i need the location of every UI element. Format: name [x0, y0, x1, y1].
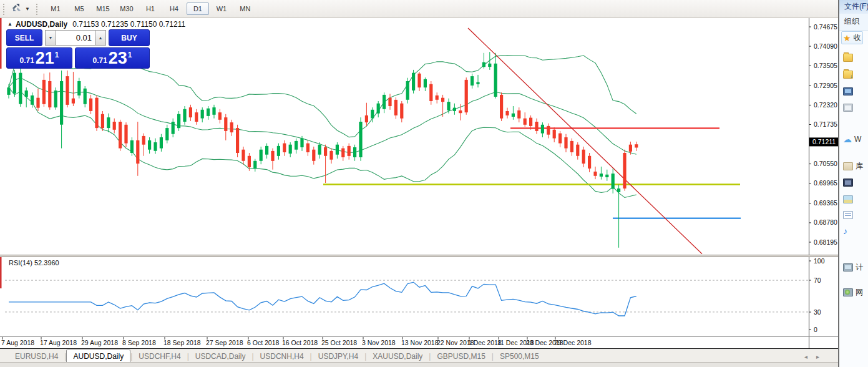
chart-tab-gbpusd-m15[interactable]: GBPUSD,M15: [431, 351, 491, 362]
timeframe-button-m30[interactable]: M30: [115, 2, 138, 15]
price-axis-label: 0.70550: [814, 160, 837, 167]
date-axis-label: 1 Dec 2018: [468, 339, 502, 346]
explorer-item-desktop[interactable]: [843, 87, 856, 95]
timeframe-button-w1[interactable]: W1: [210, 2, 233, 15]
explorer-item-star[interactable]: ★收: [841, 31, 863, 44]
video-icon: [843, 179, 853, 187]
pictures-icon: [843, 195, 853, 203]
price-axis-label: 0.74090: [814, 42, 837, 50]
chevron-down-icon[interactable]: ▼: [25, 6, 30, 12]
explorer-item-label: W: [854, 135, 861, 144]
volume-decrease-button[interactable]: ▼: [45, 30, 56, 46]
tab-scroll-arrows[interactable]: ◂▸: [804, 353, 828, 360]
date-axis-label: 8 Sep 2018: [122, 339, 156, 346]
timeframe-button-h4[interactable]: H4: [163, 2, 185, 15]
timeframe-toolbar: M1M5M15M30H1H4D1W1MN: [44, 2, 257, 15]
explorer-item-folder[interactable]: [843, 54, 856, 62]
date-axis-label: 29 Dec 2018: [554, 339, 592, 346]
rsi-line: [9, 282, 636, 316]
explorer-item-pictures[interactable]: [843, 195, 856, 203]
computer-icon: [843, 263, 853, 272]
volume-input[interactable]: [56, 30, 95, 46]
sell-price-prefix: 0.71: [19, 56, 34, 65]
date-axis-label: 6 Oct 2018: [247, 339, 280, 346]
chart-tab-xauusd-daily[interactable]: XAUUSD,Daily: [366, 351, 429, 362]
buy-price-prefix: 0.71: [92, 56, 107, 65]
status-strip: [0, 362, 868, 367]
recent-places-icon: [843, 104, 853, 112]
chart-tab-usdchf-h4[interactable]: USDCHF,H4: [132, 351, 187, 362]
date-axis-label: 16 Oct 2018: [282, 339, 318, 346]
explorer-item-music[interactable]: ♪: [843, 227, 850, 235]
chart-tab-sp500-m15[interactable]: SP500,M15: [494, 351, 545, 362]
explorer-item-recent-places[interactable]: [843, 104, 856, 112]
date-axis-label: 3 Nov 2018: [362, 339, 396, 346]
explorer-organize-button[interactable]: 组织: [839, 14, 868, 31]
left-edge-marker-rsi: [0, 255, 2, 288]
timeframe-button-m5[interactable]: M5: [68, 2, 90, 15]
sell-price-pips: 21: [36, 50, 54, 67]
date-axis-label: 7 Aug 2018: [1, 339, 34, 346]
explorer-file-menu[interactable]: 文件(F): [839, 0, 868, 14]
timeframe-button-d1[interactable]: D1: [187, 2, 209, 15]
explorer-window-edge: 文件(F) 组织 ★收☁W库♪计网: [838, 0, 868, 367]
timeframe-button-mn[interactable]: MN: [234, 2, 256, 15]
rsi-axis-label: 0: [814, 326, 817, 333]
buy-price-point: 1: [128, 51, 132, 59]
descending-trendline[interactable]: [468, 28, 702, 254]
tab-scroll-left-icon[interactable]: ◂: [804, 353, 816, 360]
price-axis-label: 0.73505: [814, 62, 837, 69]
chart-symbol-label: AUDUSD,Daily: [16, 20, 67, 29]
explorer-item-document[interactable]: [843, 211, 856, 219]
explorer-item-network[interactable]: 网: [843, 287, 863, 298]
chart-arrange-icon: [10, 2, 22, 15]
volume-increase-button[interactable]: ▲: [95, 30, 106, 46]
explorer-item-cloud[interactable]: ☁W: [843, 135, 861, 144]
toolbar-grip[interactable]: [35, 2, 38, 15]
desktop-icon: [843, 87, 853, 95]
explorer-item-folder-download[interactable]: [843, 71, 856, 79]
explorer-item-label: 计: [856, 262, 863, 273]
rsi-axis-label: 30: [814, 308, 821, 316]
price-axis-label: 0.69965: [814, 179, 837, 187]
buy-price-pips: 23: [109, 50, 127, 67]
folder-download-icon: [843, 71, 853, 79]
date-axis-label: 29 Aug 2018: [81, 339, 118, 346]
chart-arrange-button[interactable]: ▼: [7, 1, 33, 17]
explorer-item-computer[interactable]: 计: [843, 262, 863, 273]
chart-tab-audusd-daily[interactable]: AUDUSD,Daily: [66, 350, 130, 363]
explorer-item-video[interactable]: [843, 179, 856, 187]
timeframe-button-m15[interactable]: M15: [92, 2, 114, 15]
mt4-terminal: { "toolbar": { "tool_icon": "chart-arran…: [0, 0, 868, 367]
buy-button[interactable]: BUY: [109, 29, 150, 46]
sell-price-box[interactable]: 0.71 21 1: [6, 47, 72, 69]
sell-button[interactable]: SELL: [6, 29, 42, 46]
tab-scroll-right-icon[interactable]: ▸: [816, 353, 828, 360]
explorer-item-library[interactable]: 库: [843, 161, 863, 172]
chart-tab-bar: EURUSD,H4|AUDUSD,Daily|USDCHF,H4|USDCAD,…: [0, 350, 868, 363]
rsi-axis-label: 70: [814, 276, 821, 284]
rsi-name: RSI(14): [9, 259, 32, 267]
bollinger-lower-band: [9, 87, 636, 197]
candles-layer: [7, 52, 638, 248]
timeframe-button-h1[interactable]: H1: [139, 2, 162, 15]
one-click-trading-panel: SELL ▼ ▲ BUY 0.71 21 1 0.71 23 1: [6, 29, 150, 69]
chart-title: ▲AUDUSD,Daily0.71153 0.71235 0.71150 0.7…: [7, 20, 185, 29]
timeframe-button-m1[interactable]: M1: [44, 2, 67, 15]
collapse-icon[interactable]: ▲: [7, 21, 12, 27]
price-axis-label: 0.71735: [814, 120, 837, 128]
date-axis-label: 17 Aug 2018: [40, 339, 77, 346]
library-icon: [843, 162, 853, 170]
buy-price-box[interactable]: 0.71 23 1: [75, 47, 150, 69]
chart-tab-usdcad-daily[interactable]: USDCAD,Daily: [189, 351, 252, 362]
price-axis-label: 0.68195: [814, 238, 837, 246]
music-icon: ♪: [843, 227, 847, 235]
cloud-icon: ☁: [843, 135, 852, 144]
toolbar-grip[interactable]: [2, 2, 5, 15]
folder-icon: [843, 54, 853, 62]
chart-tab-usdcnh-h4[interactable]: USDCNH,H4: [254, 351, 310, 362]
date-axis-label: 25 Oct 2018: [321, 339, 357, 346]
chart-tab-usdjpy-h4[interactable]: USDJPY,H4: [312, 351, 364, 362]
chart-tab-eurusd-h4[interactable]: EURUSD,H4: [9, 351, 64, 362]
date-axis-label: 27 Sep 2018: [206, 339, 243, 346]
